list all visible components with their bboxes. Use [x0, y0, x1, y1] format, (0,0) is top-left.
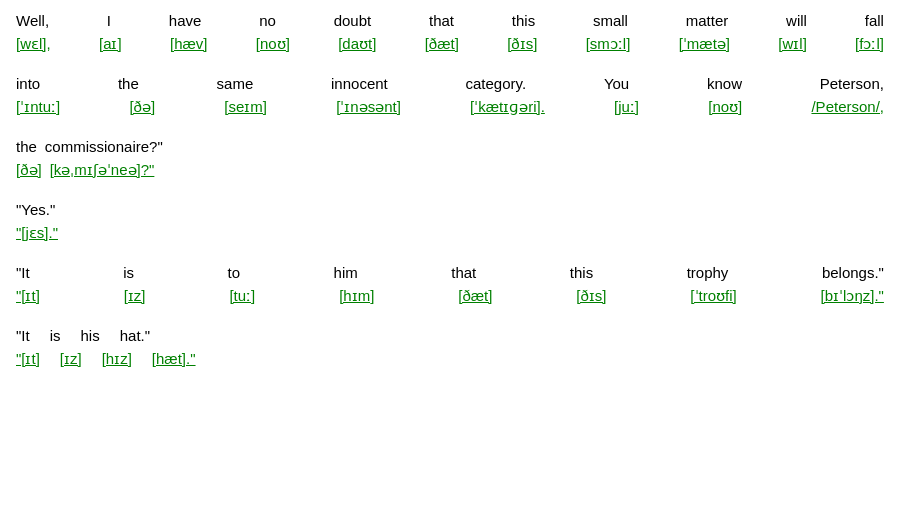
- english-text-6: "It is his hat.": [16, 325, 450, 348]
- paragraph-5: "It is to him that this trophy belongs."…: [16, 262, 884, 307]
- phonetic-word: [aɪ]: [99, 33, 122, 56]
- phonetic-word: [ˈmætə]: [679, 33, 730, 56]
- word: Peterson,: [820, 73, 884, 96]
- word: know: [707, 73, 742, 96]
- word: is: [50, 325, 61, 348]
- word: same: [217, 73, 254, 96]
- word: belongs.": [822, 262, 884, 285]
- word: this: [512, 10, 535, 33]
- phonetic-text-6: "[ɪt] [ɪz] [hɪz] [hæt].": [16, 348, 450, 371]
- word: fall: [865, 10, 884, 33]
- word: commissionaire?": [45, 136, 163, 159]
- word: I: [107, 10, 111, 33]
- word: to: [228, 262, 241, 285]
- phonetic-word: [ðə]: [129, 96, 155, 119]
- word: have: [169, 10, 202, 33]
- word: the: [16, 136, 37, 159]
- phonetic-word: [juː]: [614, 96, 639, 119]
- word: trophy: [687, 262, 729, 285]
- phonetic-text-1: [wɛl], [aɪ] [hæv] [noʊ] [daʊt] [ðæt] [ðɪ…: [16, 33, 884, 56]
- phonetic-word: [ðə]: [16, 159, 42, 182]
- word: is: [123, 262, 134, 285]
- phonetic-word: "[ɪt]: [16, 285, 40, 308]
- word: "Yes.": [16, 199, 55, 222]
- phonetic-word: [ˈkætɪɡəri].: [470, 96, 545, 119]
- phonetic-word: [wɛl],: [16, 33, 51, 56]
- phonetic-word: [ðæt]: [425, 33, 459, 56]
- word: You: [604, 73, 629, 96]
- phonetic-word: [noʊ]: [256, 33, 290, 56]
- phonetic-word: [kəˌmɪʃəˈneə]?": [50, 159, 155, 182]
- phonetic-word: [seɪm]: [224, 96, 267, 119]
- word: into: [16, 73, 40, 96]
- phonetic-word: [wɪl]: [778, 33, 807, 56]
- phonetic-word: [ˈtroʊfi]: [690, 285, 736, 308]
- phonetic-word: /Peterson/,: [811, 96, 884, 119]
- phonetic-word: [ðæt]: [458, 285, 492, 308]
- main-content: Well, I have no doubt that this small ma…: [16, 10, 884, 370]
- phonetic-word: [hɪm]: [339, 285, 374, 308]
- phonetic-word: [tuː]: [229, 285, 255, 308]
- english-text-3: the commissionaire?": [16, 136, 884, 159]
- word: no: [259, 10, 276, 33]
- phonetic-word: [ɪz]: [60, 348, 82, 371]
- paragraph-6: "It is his hat." "[ɪt] [ɪz] [hɪz] [hæt].…: [16, 325, 884, 370]
- english-text-1: Well, I have no doubt that this small ma…: [16, 10, 884, 33]
- paragraph-4: "Yes." "[jɛs].": [16, 199, 884, 244]
- phonetic-word: "[ɪt]: [16, 348, 40, 371]
- phonetic-word: [daʊt]: [338, 33, 376, 56]
- word: "It: [16, 325, 30, 348]
- phonetic-word: [hæt].": [152, 348, 196, 371]
- word: Well,: [16, 10, 49, 33]
- word: "It: [16, 262, 30, 285]
- phonetic-word: [bɪˈlɔŋz].": [821, 285, 884, 308]
- word: innocent: [331, 73, 388, 96]
- word: this: [570, 262, 593, 285]
- phonetic-text-5: "[ɪt] [ɪz] [tuː] [hɪm] [ðæt] [ðɪs] [ˈtro…: [16, 285, 884, 308]
- phonetic-word: "[jɛs].": [16, 222, 58, 245]
- word: him: [334, 262, 358, 285]
- phonetic-word: [fɔːl]: [855, 33, 884, 56]
- word: that: [429, 10, 454, 33]
- word: will: [786, 10, 807, 33]
- word: small: [593, 10, 628, 33]
- word: doubt: [334, 10, 372, 33]
- phonetic-text-2: [ˈɪntuː] [ðə] [seɪm] [ˈɪnəsənt] [ˈkætɪɡə…: [16, 96, 884, 119]
- phonetic-word: [ɪz]: [124, 285, 146, 308]
- phonetic-word: [noʊ]: [708, 96, 742, 119]
- word: category.: [466, 73, 527, 96]
- phonetic-word: [smɔːl]: [586, 33, 631, 56]
- phonetic-word: [ðɪs]: [507, 33, 537, 56]
- phonetic-word: [ˈɪnəsənt]: [336, 96, 401, 119]
- english-text-5: "It is to him that this trophy belongs.": [16, 262, 884, 285]
- phonetic-text-4: "[jɛs].": [16, 222, 884, 245]
- phonetic-word: [ˈɪntuː]: [16, 96, 60, 119]
- phonetic-text-3: [ðə] [kəˌmɪʃəˈneə]?": [16, 159, 884, 182]
- word: matter: [686, 10, 729, 33]
- phonetic-word: [hɪz]: [102, 348, 132, 371]
- word: that: [451, 262, 476, 285]
- phonetic-word: [ðɪs]: [576, 285, 606, 308]
- paragraph-1: Well, I have no doubt that this small ma…: [16, 10, 884, 55]
- english-text-4: "Yes.": [16, 199, 884, 222]
- word: hat.": [120, 325, 150, 348]
- paragraph-2: into the same innocent category. You kno…: [16, 73, 884, 118]
- word: the: [118, 73, 139, 96]
- word: his: [81, 325, 100, 348]
- phonetic-word: [hæv]: [170, 33, 208, 56]
- paragraph-3: the commissionaire?" [ðə] [kəˌmɪʃəˈneə]?…: [16, 136, 884, 181]
- english-text-2: into the same innocent category. You kno…: [16, 73, 884, 96]
